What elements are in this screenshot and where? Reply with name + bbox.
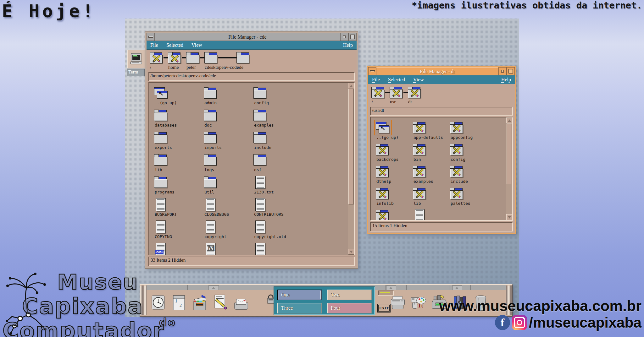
path-segment-home[interactable]: home xyxy=(168,52,182,70)
exit-button[interactable]: EXIT xyxy=(377,304,391,313)
minimize-button[interactable] xyxy=(340,33,348,41)
minimize-button[interactable] xyxy=(498,67,507,75)
scroll-track[interactable] xyxy=(348,89,354,249)
file-item-examples[interactable]: examples xyxy=(413,165,450,187)
file-item-config[interactable]: config xyxy=(450,143,487,165)
workspace-button-four[interactable]: Four xyxy=(327,303,372,313)
file-item-BUGREPORT[interactable]: BUGREPORT xyxy=(154,198,204,220)
menu-view[interactable]: View xyxy=(413,77,424,83)
file-item-lib[interactable]: lib xyxy=(154,154,204,176)
vertical-scrollbar[interactable] xyxy=(506,117,512,220)
file-item-label: BUGREPORT xyxy=(155,212,177,217)
title-bar: File Manager - cde xyxy=(147,33,357,41)
calendar-icon[interactable]: 12 xyxy=(170,292,187,314)
scroll-down-arrow[interactable] xyxy=(348,249,354,255)
current-path-field[interactable]: /usr/dt xyxy=(370,107,513,116)
printer-icon[interactable] xyxy=(389,292,406,314)
file-item-copyright.old[interactable]: copyright.old xyxy=(253,220,303,243)
scroll-thumb[interactable] xyxy=(348,89,354,204)
file-item-..(go up)[interactable]: ↖..(go up) xyxy=(376,121,413,143)
file-item-admin[interactable]: admin xyxy=(204,87,253,109)
scroll-up-arrow[interactable] xyxy=(506,117,512,123)
file-item-infolib[interactable]: infolib xyxy=(376,187,413,209)
file-item-..(go up)[interactable]: ↖..(go up) xyxy=(154,87,204,109)
maximize-button[interactable] xyxy=(348,33,357,41)
menu-selected[interactable]: Selected xyxy=(388,77,405,83)
scroll-thumb[interactable] xyxy=(507,123,512,184)
path-segment-cde[interactable]: cde xyxy=(236,52,250,70)
file-item-palettes[interactable]: palettes xyxy=(450,187,487,209)
scroll-up-arrow[interactable] xyxy=(348,83,354,89)
file-item-Makefile[interactable]: MMakefile xyxy=(204,243,253,255)
file-item-imports[interactable]: imports xyxy=(204,131,253,154)
folder-body xyxy=(204,90,217,99)
path-segment-root[interactable]: / xyxy=(371,86,385,105)
terminal-minimized-icon[interactable]: Term xyxy=(127,50,145,76)
document-icon xyxy=(156,198,166,211)
maximize-button[interactable] xyxy=(507,67,515,75)
status-bar: 15 Items 1 Hidden xyxy=(370,222,513,231)
scroll-down-arrow[interactable] xyxy=(506,214,512,220)
workspace-button-two[interactable]: Two xyxy=(327,290,372,300)
file-item-util[interactable]: util xyxy=(204,176,253,198)
file-item-examples[interactable]: examples xyxy=(253,109,303,131)
subpanel-arrow-text-editor[interactable] xyxy=(209,285,219,290)
file-item-unlabeled[interactable] xyxy=(413,209,450,220)
file-item-CLOSEDBUGS[interactable]: CLOSEDBUGS xyxy=(204,198,253,220)
file-item-databases[interactable]: databases xyxy=(154,109,204,131)
file-item-dthelp[interactable]: dthelp xyxy=(376,165,413,187)
logo-computador: Computador xyxy=(3,318,165,337)
panel-cell-divider xyxy=(470,285,471,290)
file-item-logs[interactable]: logs xyxy=(204,154,253,176)
file-item-CONTRIBUTORS[interactable]: CONTRIBUTORS xyxy=(253,198,303,220)
menu-file[interactable]: File xyxy=(372,77,380,83)
file-item-appconfig[interactable]: appconfig xyxy=(450,121,487,143)
file-item-include[interactable]: include xyxy=(450,165,487,187)
path-segment-dt[interactable]: dt xyxy=(408,86,422,105)
text-editor-icon[interactable] xyxy=(212,292,229,314)
file-type-icon-xfolder xyxy=(390,86,404,99)
window-menu-button[interactable] xyxy=(368,67,376,75)
file-item-config[interactable]: config xyxy=(253,87,303,109)
file-item-lib[interactable]: lib xyxy=(413,187,450,209)
path-segment-usr[interactable]: usr xyxy=(390,86,403,105)
window-menu-button[interactable] xyxy=(147,33,155,41)
path-icon-chain: /homepetercdesktopenv-codecde xyxy=(147,50,357,72)
style-manager-icon[interactable]: Tt xyxy=(410,292,427,314)
file-manager-icon[interactable] xyxy=(191,292,208,314)
subpanel-arrow-help[interactable] xyxy=(452,285,462,290)
workspace-button-three[interactable]: Three xyxy=(277,303,322,313)
menu-help[interactable]: Help xyxy=(343,42,353,48)
file-item-include[interactable]: include xyxy=(253,131,303,154)
file-item-Imakefile[interactable]: IMAKEImakefile xyxy=(154,243,204,255)
current-path-field[interactable]: /home/peter/cdesktopenv-code/cde xyxy=(148,72,355,81)
file-item-osf[interactable]: osf xyxy=(253,154,303,176)
file-item-2130.txt[interactable]: 2130.txt xyxy=(253,176,303,198)
menu-selected[interactable]: Selected xyxy=(166,42,183,48)
clock-icon[interactable] xyxy=(150,292,167,314)
file-item-OPENBUGS[interactable]: OPENBUGS xyxy=(253,243,303,255)
file-item-backdrops[interactable]: backdrops xyxy=(376,143,413,165)
menu-file[interactable]: File xyxy=(150,42,158,48)
file-item-label: admin xyxy=(204,101,217,105)
scroll-track[interactable] xyxy=(506,123,512,214)
menu-view[interactable]: View xyxy=(192,42,202,48)
menu-help[interactable]: Help xyxy=(501,77,511,83)
path-segment-root[interactable]: / xyxy=(150,52,164,70)
file-item-programs[interactable]: programs xyxy=(154,176,204,198)
path-segment-peter[interactable]: peter xyxy=(186,52,200,70)
workspace-button-one[interactable]: One xyxy=(277,290,322,300)
social-handle: /museucapixaba xyxy=(529,314,641,331)
file-item-bin[interactable]: bin xyxy=(413,143,450,165)
file-item-COPYING[interactable]: COPYING xyxy=(154,220,204,243)
file-item-unlabeled[interactable] xyxy=(376,209,413,220)
vertical-scrollbar[interactable] xyxy=(348,83,354,255)
file-item-copyright[interactable]: copyright xyxy=(204,220,253,243)
title-bar: File Manager - dt xyxy=(368,67,515,75)
path-segment-cdesktopenv-code[interactable]: cdesktopenv-code xyxy=(204,52,218,70)
subpanel-arrow-printer[interactable] xyxy=(386,285,396,290)
file-item-doc[interactable]: doc xyxy=(204,109,253,131)
mail-icon[interactable] xyxy=(233,292,250,314)
file-item-app-defaults[interactable]: app-defaults xyxy=(413,121,450,143)
file-item-exports[interactable]: exports xyxy=(154,131,204,154)
